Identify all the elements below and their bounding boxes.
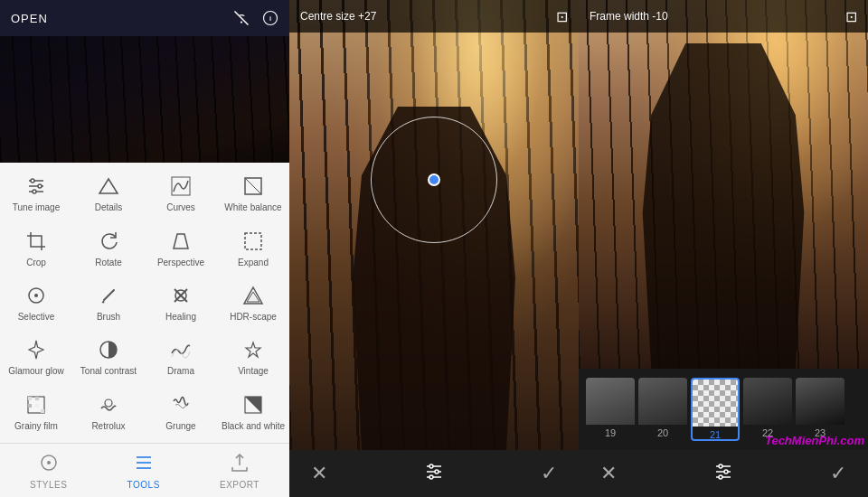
tool-selective[interactable]: Selective [0, 276, 72, 330]
frames-strip: 19 20 21 22 23 [579, 369, 868, 450]
right-confirm-button[interactable]: ✓ [830, 462, 846, 485]
svg-rect-26 [28, 404, 32, 408]
image-preview [0, 36, 289, 163]
details-label: Details [95, 202, 123, 213]
selective-icon [24, 283, 49, 308]
svg-point-32 [47, 461, 51, 464]
svg-marker-20 [247, 292, 259, 302]
tonal-label: Tonal contrast [80, 366, 137, 377]
right-bottom-bar: ✕ ✓ [579, 450, 868, 497]
middle-confirm-button[interactable]: ✓ [541, 462, 557, 485]
tool-brush[interactable]: Brush [72, 276, 145, 330]
tool-perspective[interactable]: Perspective [145, 220, 217, 275]
rotate-icon [96, 229, 121, 254]
tool-grainy[interactable]: Grainy film [0, 385, 72, 439]
frame-22-img [743, 378, 792, 425]
svg-marker-12 [174, 234, 188, 248]
frame-21[interactable]: 21 [691, 378, 740, 441]
left-panel: OPEN i Tune image [0, 0, 289, 497]
styles-label: STYLES [30, 480, 67, 490]
frame-21-img [693, 380, 738, 427]
bnw-icon [241, 392, 266, 417]
selective-label: Selective [18, 312, 55, 323]
brush-label: Brush [97, 312, 120, 323]
tune-label: Tune image [13, 202, 60, 213]
drama-icon [168, 337, 193, 362]
tools-grid: Tune image Details Curves White balance [0, 163, 289, 443]
right-image [579, 0, 868, 369]
grainy-label: Grainy film [14, 421, 58, 432]
tool-white-balance[interactable]: White balance [217, 166, 289, 220]
frame-22[interactable]: 22 [743, 378, 792, 441]
frame-23-label: 23 [796, 427, 844, 438]
tool-curves[interactable]: Curves [145, 166, 217, 220]
tool-vintage[interactable]: Vintage [217, 330, 289, 384]
svg-point-45 [719, 464, 722, 468]
vintage-icon [241, 337, 266, 362]
selective-dot [428, 173, 440, 186]
tool-grunge[interactable]: Grunge [145, 385, 217, 439]
tool-retrolux[interactable]: Retrolux [72, 385, 145, 439]
svg-point-0 [241, 21, 242, 23]
frame-23[interactable]: 23 [796, 378, 844, 441]
selective-circle [371, 117, 497, 243]
rotate-label: Rotate [95, 258, 121, 268]
right-adjust-button[interactable] [712, 461, 734, 487]
tune-icon [24, 173, 49, 199]
frame-20[interactable]: 20 [638, 378, 687, 441]
vintage-label: Vintage [238, 366, 269, 377]
left-top-bar: OPEN i [0, 0, 289, 36]
middle-corner-icon: ⊡ [556, 8, 568, 25]
grunge-icon [168, 392, 193, 417]
retrolux-label: Retrolux [91, 421, 125, 432]
tool-crop[interactable]: Crop [0, 220, 72, 275]
svg-point-15 [34, 294, 38, 297]
brush-icon [96, 283, 121, 308]
svg-point-7 [38, 184, 42, 188]
curves-label: Curves [166, 202, 195, 213]
info-icon: i [262, 10, 278, 26]
middle-cancel-button[interactable]: ✕ [311, 462, 327, 485]
perspective-icon [168, 229, 193, 254]
hdr-icon [241, 283, 266, 308]
crop-icon [24, 229, 49, 254]
middle-panel: Centre size +27 ⊡ ✕ ✓ [289, 0, 579, 497]
tool-glamour[interactable]: Glamour glow [0, 330, 72, 384]
tool-healing[interactable]: Healing [145, 276, 217, 330]
tool-tonal[interactable]: Tonal contrast [72, 330, 145, 384]
svg-point-8 [33, 190, 36, 193]
tool-rotate[interactable]: Rotate [72, 220, 145, 275]
retrolux-icon [96, 392, 121, 417]
tool-tune[interactable]: Tune image [0, 166, 72, 220]
tab-styles[interactable]: STYLES [30, 452, 67, 490]
tab-export[interactable]: EXPORT [220, 452, 259, 490]
frame-22-label: 22 [743, 427, 792, 438]
right-cancel-button[interactable]: ✕ [600, 462, 617, 485]
hdr-label: HDR-scape [230, 312, 277, 323]
glamour-icon [24, 337, 49, 362]
export-icon [229, 452, 250, 478]
frame-19[interactable]: 19 [586, 378, 635, 441]
frame-19-label: 19 [586, 427, 635, 438]
right-panel: Frame width -10 ⊡ TechMienPhi.com 19 20 … [579, 0, 868, 497]
tool-hdr[interactable]: HDR-scape [217, 276, 289, 330]
middle-adjust-button[interactable] [423, 461, 445, 487]
svg-rect-28 [41, 409, 44, 413]
frame-20-label: 20 [638, 427, 687, 438]
healing-icon [168, 283, 193, 308]
frame-19-img [586, 378, 635, 425]
svg-point-6 [31, 179, 34, 183]
right-top-bar: Frame width -10 ⊡ [579, 0, 868, 33]
tool-drama[interactable]: Drama [145, 330, 217, 384]
bottom-tabs-bar: STYLES TOOLS EXPORT [0, 443, 289, 497]
tool-details[interactable]: Details [72, 166, 145, 220]
tool-bnw[interactable]: Black and white [217, 385, 289, 439]
bnw-label: Black and white [222, 421, 285, 432]
tab-tools[interactable]: TOOLS [127, 452, 160, 490]
middle-title: Centre size +27 [300, 10, 376, 23]
drama-label: Drama [167, 366, 194, 377]
tool-expand[interactable]: Expand [217, 220, 289, 275]
svg-point-47 [719, 475, 722, 479]
frame-23-img [796, 378, 844, 425]
styles-icon [38, 452, 60, 478]
